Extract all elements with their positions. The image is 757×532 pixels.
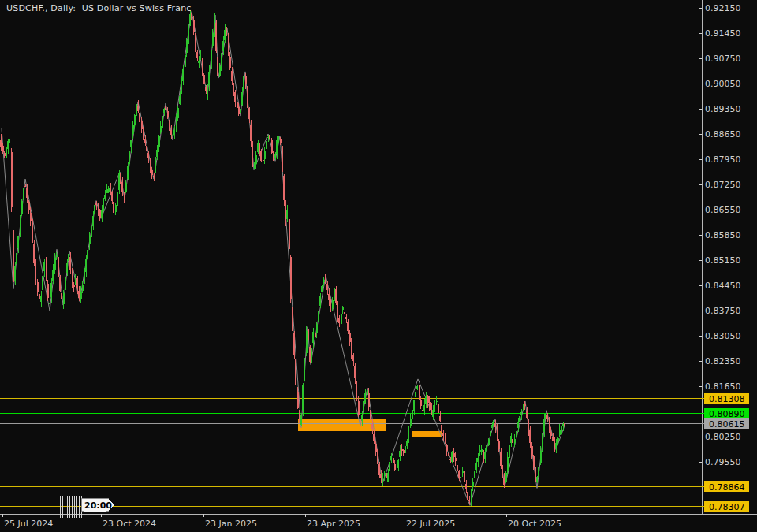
price-badge-value: 0.80615 [709,419,745,430]
price-badge-value: 0.81308 [709,394,745,404]
price-badge-value: 0.78307 [709,502,745,512]
chart-background [0,0,757,532]
price-axis-label: 0.80250 [705,432,741,442]
price-axis-label: 0.86550 [705,205,741,215]
chart-symbol-title: USDCHF., Daily: US Dollar vs Swiss Franc [6,3,192,13]
price-axis-label: 0.91450 [705,28,741,39]
price-axis-label: 0.79550 [705,457,741,467]
price-axis-label: 0.89350 [705,104,741,114]
time-marker-label: 20:00 [84,500,112,511]
date-axis-label: 23 Jan 2025 [205,519,257,529]
price-badge-value: 0.80890 [709,409,745,419]
price-axis-label: 0.84450 [705,281,741,291]
price-axis-label: 0.83750 [705,306,741,316]
price-axis-label: 0.87250 [705,180,741,190]
date-axis-label: 22 Jul 2025 [406,519,455,529]
zone-rectangle[interactable] [412,431,442,437]
price-axis-label: 0.82350 [705,356,741,366]
price-axis-label: 0.88650 [705,129,741,140]
price-axis-label: 0.90750 [705,54,741,64]
date-axis-label: 20 Oct 2025 [508,519,561,529]
price-axis-label: 0.85150 [705,255,741,266]
price-axis-label: 0.90050 [705,79,741,89]
price-axis-label: 0.87950 [705,154,741,165]
date-axis-label: 25 Jul 2024 [4,519,53,529]
trading-chart-window: USDCHF., Daily: US Dollar vs Swiss Franc… [0,0,757,532]
price-badge-value: 0.78864 [709,482,745,493]
price-axis-label: 0.81650 [705,381,741,392]
candlestick-chart-canvas[interactable]: 0.921500.914500.907500.900500.893500.886… [0,0,757,532]
date-axis-label: 23 Oct 2024 [103,519,156,529]
date-axis-label: 23 Apr 2025 [307,519,360,529]
price-axis-label: 0.85850 [705,230,741,240]
price-axis-label: 0.92150 [705,3,741,13]
price-axis-label: 0.83050 [705,331,741,341]
